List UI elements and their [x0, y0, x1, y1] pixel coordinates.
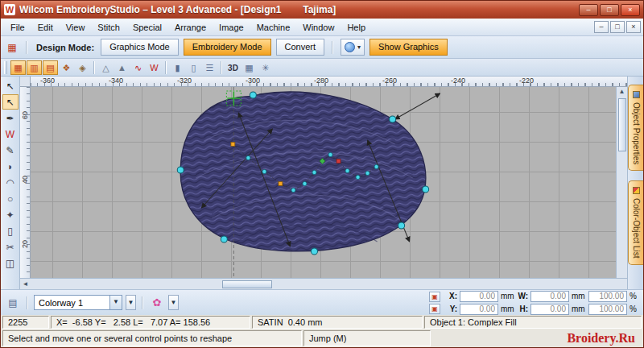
embroidery-mode-button[interactable]: Embroidery Mode — [184, 39, 271, 56]
threed-view-icon[interactable]: 3D — [225, 60, 241, 75]
menu-items: FileEditViewStitchSpecialArrangeImageMac… — [4, 20, 372, 35]
horizontal-scrollbar[interactable]: ◄ — [20, 278, 627, 289]
color-object-list-tab[interactable]: Color-Object List — [628, 180, 643, 264]
design-canvas-svg[interactable] — [31, 87, 616, 278]
lettering-small-icon[interactable]: △ — [98, 60, 114, 75]
thread-colors-menu-button[interactable]: ▼ — [168, 295, 179, 310]
column-tool-icon[interactable]: ▯ — [2, 223, 19, 238]
mdi-restore-button[interactable]: □ — [610, 21, 625, 33]
toolbar-separator — [165, 61, 167, 74]
corner-point — [279, 182, 283, 186]
hint-text: Select and move one or several control p… — [2, 330, 302, 346]
freehand-w-icon[interactable]: W — [147, 60, 162, 75]
h-label: H: — [518, 304, 528, 313]
ruler-label: -340 — [109, 77, 123, 85]
chevron-down-icon[interactable]: ▼ — [109, 296, 122, 309]
chevron-down-icon: ▾ — [357, 44, 361, 51]
embroidery-object[interactable] — [180, 92, 426, 251]
select-tool-icon[interactable]: ↖ — [2, 78, 19, 93]
column-narrow-icon[interactable]: ▮ — [170, 60, 185, 75]
menu-item-view[interactable]: View — [60, 20, 92, 35]
panel-toggle-icon[interactable]: ▤ — [5, 295, 21, 311]
menu-item-window[interactable]: Window — [296, 20, 341, 35]
ruler-label: -260 — [382, 77, 397, 85]
pen-tool-icon[interactable]: ✎ — [2, 143, 19, 158]
scroll-left-icon[interactable]: ◄ — [20, 280, 31, 288]
globe-button[interactable]: ▾ — [341, 39, 365, 56]
stitch-bars-icon[interactable]: ☰ — [202, 60, 217, 75]
y-input[interactable] — [460, 304, 498, 315]
titlebar[interactable]: W Wilcom EmbroideryStudio – Level 3 Adva… — [1, 1, 643, 19]
digitize-tatami-icon[interactable]: ▤ — [43, 60, 58, 75]
menu-item-machine[interactable]: Machine — [250, 20, 297, 35]
vertical-scroll-thumb[interactable] — [618, 98, 626, 151]
anchor-reference-icon[interactable]: ▣ — [429, 292, 440, 302]
scale-y-input[interactable] — [588, 304, 627, 315]
menu-item-special[interactable]: Special — [126, 20, 168, 35]
open-shape-tool-icon[interactable]: ◠ — [2, 175, 19, 190]
grid-toggle-icon[interactable]: ▦ — [242, 60, 257, 75]
scissors-tool-icon[interactable]: ✂ — [2, 239, 19, 255]
mirror-tool-icon[interactable]: ◫ — [2, 255, 19, 271]
digitize-satin-icon[interactable]: ▥ — [27, 60, 42, 75]
x-input[interactable] — [460, 291, 498, 302]
object-properties-label: Object Properties — [632, 102, 641, 164]
window-controls: –□× — [579, 4, 640, 16]
maximize-button[interactable]: □ — [600, 4, 619, 16]
motif-fill-icon[interactable]: ❖ — [59, 60, 74, 75]
color-object-list-label: Color-Object List — [632, 198, 641, 258]
menu-item-help[interactable]: Help — [341, 20, 372, 35]
y-label: Y: — [447, 304, 457, 313]
ruler-corner — [20, 77, 31, 87]
machine-function: Jump (M) — [303, 330, 431, 346]
ruler-label: 20 — [21, 236, 29, 252]
ellipse-tool-icon[interactable]: ○ — [2, 191, 19, 206]
closed-shape-tool-icon[interactable]: ◗ — [2, 159, 19, 174]
object-properties-tab[interactable]: Object Properties — [628, 85, 643, 171]
design-canvas[interactable] — [31, 87, 616, 278]
toolbar-separator — [26, 41, 27, 54]
column-wide-icon[interactable]: ▯ — [186, 60, 201, 75]
colorway-select[interactable]: Colorway 1 ▼ — [34, 295, 122, 310]
watermark-text: Broidery.Ru — [560, 330, 642, 346]
scroll-up-icon[interactable]: ▲ — [617, 87, 627, 97]
minimize-button[interactable]: – — [579, 4, 598, 16]
contour-stitch-icon[interactable]: ◈ — [75, 60, 90, 75]
show-graphics-button[interactable]: Show Graphics — [369, 39, 448, 56]
colorway-menu-button[interactable]: ▼ — [126, 295, 136, 310]
selected-object-info: Object 1: Complex Fill — [424, 316, 642, 329]
stitch-toolbar-icons: ▦▥▤❖◈△▲∿W▮▯☰3D▦✳ — [10, 60, 273, 75]
menu-item-stitch[interactable]: Stitch — [91, 20, 126, 35]
scale-x-input[interactable] — [588, 291, 627, 302]
reshape-tool-icon[interactable]: ↖ — [2, 94, 19, 110]
digitize-run-icon[interactable]: ▦ — [10, 60, 26, 75]
left-toolbar: ↖↖✒W✎◗◠○✦▯✂◫ — [1, 77, 20, 289]
convert-button[interactable]: Convert — [276, 39, 325, 56]
menu-item-arrange[interactable]: Arrange — [168, 20, 213, 35]
menu-item-edit[interactable]: Edit — [31, 20, 60, 35]
h-input[interactable] — [530, 304, 569, 315]
graphics-mode-button[interactable]: Graphics Mode — [101, 39, 179, 56]
mdi-minimize-button[interactable]: – — [594, 21, 609, 33]
star-tool-icon[interactable]: ✳ — [258, 60, 273, 75]
menu-item-file[interactable]: File — [4, 20, 31, 35]
horizontal-scroll-thumb[interactable] — [222, 280, 272, 288]
star-shape-tool-icon[interactable]: ✦ — [2, 207, 19, 222]
thread-colors-icon[interactable]: ✿ — [149, 295, 165, 311]
lettering-large-icon[interactable]: ▲ — [114, 60, 130, 75]
lettering-tool-icon[interactable]: W — [2, 126, 19, 142]
mdi-close-button[interactable]: × — [626, 21, 641, 33]
menu-item-image[interactable]: Image — [213, 20, 250, 35]
color-object-list-icon — [633, 187, 640, 194]
vertical-scrollbar[interactable]: ▲ — [616, 87, 627, 278]
dimension-reference-icon[interactable]: ▣ — [429, 304, 440, 314]
toolbar-separator — [93, 61, 95, 74]
w-input[interactable] — [530, 291, 569, 302]
freehand-wave-icon[interactable]: ∿ — [130, 60, 146, 75]
x-unit: mm — [501, 292, 515, 300]
corner-point — [231, 143, 235, 147]
toolbar-grip[interactable] — [4, 61, 7, 74]
stitch-edit-tool-icon[interactable]: ✒ — [2, 110, 19, 126]
close-button[interactable]: × — [621, 4, 640, 16]
toolbar-separator — [27, 296, 28, 309]
